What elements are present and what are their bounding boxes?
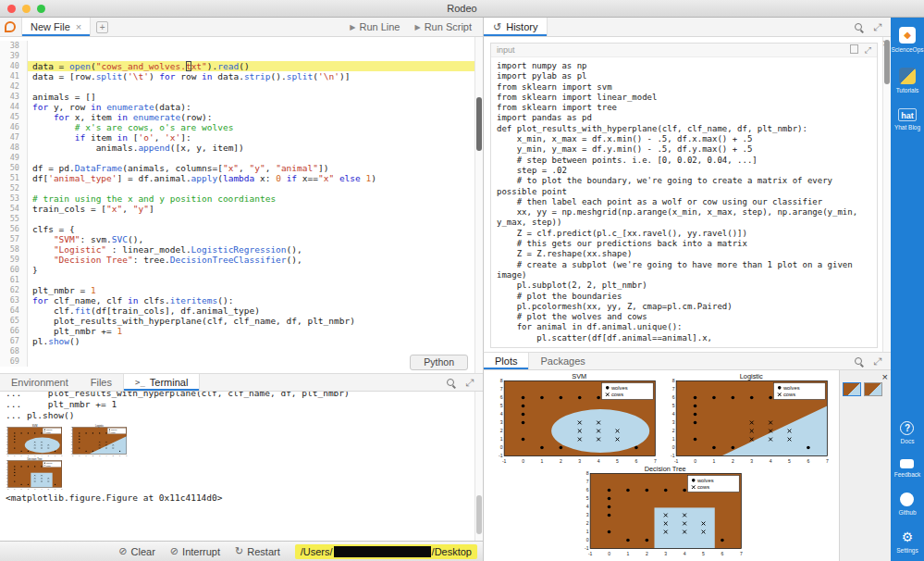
terminal-pane[interactable]: ... plot_results_with_hyperplane(clf, cl… <box>0 392 483 541</box>
expand-pane-icon[interactable]: ⤢ <box>873 356 881 367</box>
svg-text:8: 8 <box>500 378 503 383</box>
close-thumbnails-icon[interactable]: × <box>882 371 888 382</box>
editor-scrollbar[interactable] <box>474 37 483 373</box>
plot-thumbnail[interactable] <box>843 382 861 396</box>
tab-environment[interactable]: Environment <box>0 374 80 391</box>
svg-text:0: 0 <box>71 450 72 452</box>
tab-packages[interactable]: Packages <box>529 353 596 369</box>
expand-entry-icon[interactable]: ⤢ <box>865 46 871 55</box>
zoom-window-button[interactable] <box>37 5 45 13</box>
code-line[interactable]: 47 if item in ['o', 'x']: <box>0 132 474 143</box>
code-line[interactable]: 56clfs = { <box>0 224 474 234</box>
history-entry[interactable]: input ⤢ import numpy as npimport pylab a… <box>490 43 878 348</box>
clear-history-icon[interactable]: × <box>882 38 889 49</box>
svg-text:1: 1 <box>586 529 589 534</box>
terminal-scrollbar[interactable] <box>474 392 483 541</box>
code-line[interactable]: 39 <box>0 51 474 61</box>
new-tab-button[interactable]: + <box>96 21 108 33</box>
close-tab-icon[interactable]: × <box>76 21 81 32</box>
code-line[interactable]: 46 # x's are cows, o's are wolves <box>0 122 474 132</box>
svg-text:6: 6 <box>6 466 7 468</box>
line-number: 58 <box>0 244 28 255</box>
code-line[interactable]: 58 "Logistic" : linear_model.LogisticReg… <box>0 244 474 255</box>
code-line[interactable]: 44for y, row in enumerate(data): <box>0 102 474 112</box>
code-line[interactable]: 42 <box>0 81 474 92</box>
terminal-icon: >_ <box>135 378 145 387</box>
svg-text:3: 3 <box>578 458 581 464</box>
code-line[interactable]: 52 <box>0 183 474 193</box>
expand-pane-icon[interactable]: ⤢ <box>465 378 474 388</box>
working-directory[interactable]: /Users/ /Desktop <box>295 544 477 559</box>
svg-text:7: 7 <box>654 458 657 464</box>
python-icon <box>899 68 916 84</box>
terminal-scrollbar-thumb[interactable] <box>476 495 482 534</box>
code-line[interactable]: 55 <box>0 214 474 224</box>
svg-text:1: 1 <box>500 436 503 442</box>
code-line[interactable]: 50df = pd.DataFrame(animals, columns=["x… <box>0 163 474 173</box>
tab-label: New File <box>31 21 70 32</box>
plot-thumbnail[interactable] <box>864 382 882 396</box>
code-line[interactable]: 59 "Decision Tree": tree.DecisionTreeCla… <box>0 255 474 265</box>
code-line[interactable]: 43animals = [] <box>0 92 474 102</box>
sidebar-item-tutorials[interactable]: Tutorials <box>896 68 919 94</box>
code-line[interactable]: 41data = [row.split('\t') for row in dat… <box>0 71 474 81</box>
code-line[interactable]: 53# train using the x and y position coo… <box>0 193 474 204</box>
line-number: 39 <box>0 51 28 61</box>
tab-plots[interactable]: Plots <box>484 353 529 369</box>
sidebar-item-docs[interactable]: ? Docs <box>900 421 914 444</box>
language-selector[interactable]: Python <box>410 355 468 370</box>
code-line[interactable]: 65 plot_results_with_hyperplane(clf, clf… <box>0 316 474 326</box>
editor-scrollbar-thumb[interactable] <box>476 97 482 151</box>
code-line[interactable]: 57 "SVM": svm.SVC(), <box>0 234 474 244</box>
sidebar-item-yhat-blog[interactable]: hat Yhat Blog <box>894 108 920 131</box>
sidebar-item-github[interactable]: Github <box>898 492 916 516</box>
code-line[interactable]: 66 plt_nmbr += 1 <box>0 326 474 336</box>
code-line[interactable]: 60} <box>0 265 474 275</box>
history-pane[interactable]: × input ⤢ import numpy as npimport pylab… <box>483 37 891 352</box>
code-line[interactable]: 40data = open("cows_and_wolves.txt").rea… <box>0 61 474 71</box>
code-line[interactable]: 54train_cols = ["x", "y"] <box>0 204 474 214</box>
search-icon[interactable] <box>855 23 862 31</box>
minimize-window-button[interactable] <box>22 5 31 13</box>
close-window-button[interactable] <box>7 5 16 13</box>
clear-button[interactable]: ⊘Clear <box>118 545 155 557</box>
expand-pane-icon[interactable]: ⤢ <box>873 22 881 32</box>
tab-new-file[interactable]: New File × <box>21 18 91 36</box>
search-icon[interactable] <box>447 379 454 386</box>
svg-text:3: 3 <box>71 441 72 443</box>
search-icon[interactable] <box>855 357 862 365</box>
svg-text:5: 5 <box>6 468 7 470</box>
sidebar-item-settings[interactable]: ⚙ Settings <box>896 530 918 554</box>
restart-button[interactable]: ↻Restart <box>235 545 280 557</box>
run-line-button[interactable]: ▶Run Line <box>350 21 400 32</box>
tab-history[interactable]: ↺ History <box>484 18 548 36</box>
interrupt-button[interactable]: ⊘Interrupt <box>170 545 220 557</box>
sidebar-item-scienceops[interactable]: ◆ ScienceOps <box>891 27 923 53</box>
svg-text:5: 5 <box>616 458 619 464</box>
code-line[interactable]: 62plt_nmbr = 1 <box>0 285 474 295</box>
editor-lines[interactable]: 383940data = open("cows_and_wolves.txt")… <box>0 37 474 373</box>
code-line[interactable]: 48 animals.append([x, y, item]) <box>0 143 474 153</box>
run-buttons: ▶Run Line ▶Run Script <box>350 21 483 32</box>
code-line[interactable]: 49 <box>0 153 474 163</box>
code-line[interactable]: 67pl.show() <box>0 336 474 346</box>
code-line[interactable]: 45 for x, item in enumerate(row): <box>0 112 474 122</box>
code-line[interactable]: 64 clf.fit(df[train_cols], df.animal_typ… <box>0 305 474 316</box>
scienceops-icon: ◆ <box>899 27 916 44</box>
tab-files[interactable]: Files <box>80 374 123 391</box>
code-line[interactable]: 68 <box>0 346 474 356</box>
history-scrollbar[interactable] <box>882 37 891 352</box>
code-line[interactable]: 38 <box>0 41 474 51</box>
code-line[interactable]: 61 <box>0 275 474 285</box>
run-script-button[interactable]: ▶Run Script <box>414 21 472 32</box>
svg-text:7: 7 <box>126 455 127 456</box>
tab-terminal[interactable]: >_ Terminal <box>123 374 200 391</box>
code-line[interactable]: 69 <box>0 356 474 367</box>
code-line[interactable]: 51df['animal_type'] = df.animal.apply(la… <box>0 173 474 183</box>
sidebar-item-feedback[interactable]: Feedback <box>894 459 921 478</box>
code-line[interactable]: 63for clf_name, clf in clfs.iteritems(): <box>0 295 474 305</box>
copy-icon[interactable] <box>852 46 858 54</box>
code-editor[interactable]: 383940data = open("cows_and_wolves.txt")… <box>0 37 483 373</box>
svg-text:3: 3 <box>500 419 503 425</box>
svg-text:6: 6 <box>672 394 675 400</box>
